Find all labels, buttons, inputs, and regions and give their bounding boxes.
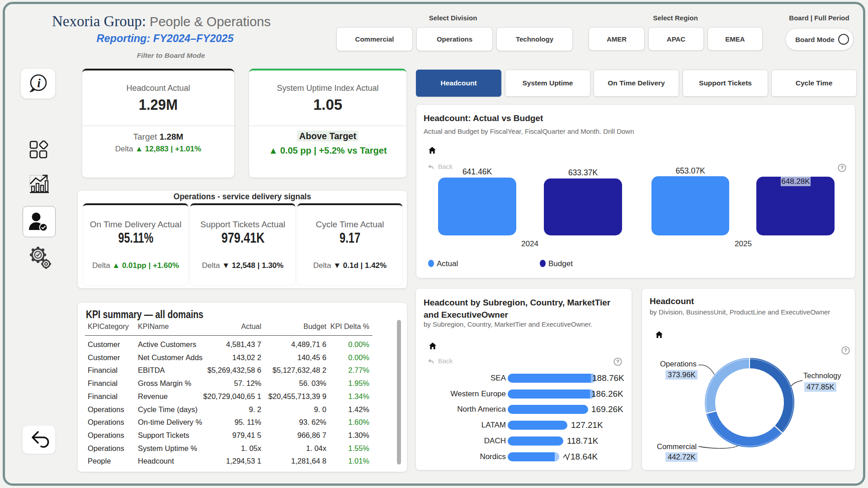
- svg-text:?: ?: [840, 165, 844, 170]
- svg-text:i: i: [37, 76, 41, 90]
